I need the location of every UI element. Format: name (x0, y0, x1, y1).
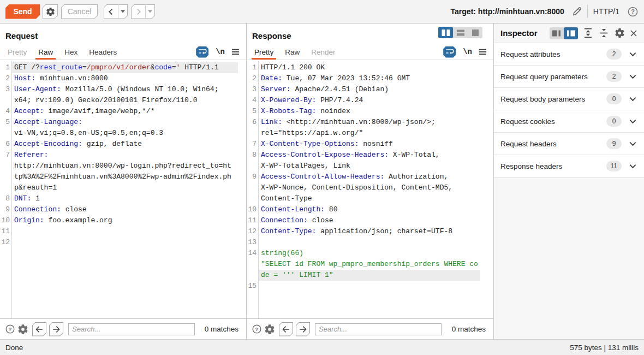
response-editor[interactable]: 1HTTP/1.1 200 OK2Date: Tue, 07 Mar 2023 … (247, 61, 493, 318)
request-menu-button[interactable] (232, 49, 239, 55)
show-newlines-toggle[interactable]: \n (463, 48, 472, 56)
search-input[interactable] (68, 323, 195, 335)
code-line[interactable]: 15 (247, 281, 493, 292)
code-line[interactable]: 2Date: Tue, 07 Mar 2023 13:52:46 GMT (247, 73, 493, 84)
code-line[interactable]: 4Accept: image/avif,image/webp,*/* (0, 106, 246, 117)
tab-raw[interactable]: Raw (38, 44, 53, 60)
inspector-section-request-cookies[interactable]: Request cookies0 (494, 110, 644, 133)
inspector-section-request-body-parameters[interactable]: Request body parameters0 (494, 88, 644, 110)
code-line[interactable]: 3User-Agent: Mozilla/5.0 (Windows NT 10.… (0, 84, 246, 95)
code-line[interactable]: 10Origin: foo.example.org (0, 215, 246, 226)
request-search-bar: 0 matches (0, 318, 246, 339)
code-line[interactable]: 9Connection: close (0, 204, 246, 215)
code-line[interactable]: 7X-Content-Type-Options: nosniff (247, 139, 493, 150)
line-number: 11 (247, 215, 257, 226)
http-version-label: HTTP/1 (593, 7, 619, 16)
arrow-left-icon (281, 324, 291, 334)
show-newlines-toggle[interactable]: \n (216, 48, 225, 56)
code-line[interactable]: x64; rv:109.0) Gecko/20100101 Firefox/11… (0, 95, 246, 106)
code-line[interactable]: 11Connection: close (247, 215, 493, 226)
code-line[interactable]: 9Access-Control-Allow-Headers: Authoriza… (247, 171, 493, 182)
code-line[interactable]: X-WP-TotalPages, Link (247, 161, 493, 171)
code-line[interactable]: Content-Type (247, 193, 493, 204)
code-line[interactable]: "SELECT id FROM wp_pmpro_membership_orde… (247, 259, 493, 270)
line-number (247, 128, 257, 139)
history-back-dropdown[interactable] (118, 4, 127, 19)
send-settings-button[interactable] (43, 4, 58, 19)
line-number (0, 128, 10, 139)
search-settings-button[interactable] (16, 323, 29, 336)
code-line[interactable]: 13 (247, 237, 493, 248)
code-line[interactable]: http://minhtuan.vn:8000/wp-login.php?red… (0, 161, 246, 171)
send-button[interactable]: Send (5, 4, 40, 19)
code-line[interactable]: 7Referer: (0, 150, 246, 161)
code-line[interactable]: 2Host: minhtuan.vn:8000 (0, 73, 246, 84)
tab-render[interactable]: Render (311, 44, 335, 60)
inspector-close-button[interactable] (628, 27, 640, 39)
code-line[interactable]: rel="https://api.w.org/" (247, 128, 493, 139)
tab-raw[interactable]: Raw (285, 44, 300, 60)
inspector-section-request-query-parameters[interactable]: Request query parameters2 (494, 66, 644, 88)
tab-hex[interactable]: Hex (64, 44, 77, 60)
code-line[interactable]: vi-VN,vi;q=0.8,en-US;q=0.5,en;q=0.3 (0, 128, 246, 139)
search-input[interactable] (315, 323, 442, 335)
edit-target-button[interactable] (570, 4, 584, 19)
code-line[interactable]: 12 (0, 237, 246, 248)
search-next-button[interactable] (49, 322, 63, 336)
code-line[interactable]: tp%3A%2F%2Fminhtuan.vn%3A8000%2Fwp-admin… (0, 171, 246, 182)
line-number: 6 (0, 139, 10, 150)
history-forward-dropdown[interactable] (145, 4, 154, 19)
dock-right-button[interactable] (564, 27, 578, 39)
search-next-button[interactable] (296, 322, 310, 336)
tab-headers[interactable]: Headers (89, 44, 117, 60)
request-editor[interactable]: 1GET /?rest_route=/pmpro/v1/order&code='… (0, 61, 246, 318)
code-line[interactable]: 8Access-Control-Expose-Headers: X-WP-Tot… (247, 150, 493, 161)
search-help-button[interactable] (4, 324, 15, 335)
history-forward-button[interactable] (131, 4, 145, 19)
cancel-button[interactable]: Cancel (61, 4, 98, 19)
panel-left-icon (550, 28, 563, 39)
code-line[interactable]: 5Accept-Language: (0, 117, 246, 128)
inspector-settings-button[interactable] (613, 27, 625, 39)
line-number: 5 (0, 117, 10, 128)
code-line[interactable]: 1HTTP/1.1 200 OK (247, 62, 493, 73)
code-line[interactable]: X-WP-Nonce, Content-Disposition, Content… (247, 182, 493, 193)
code-line[interactable]: 6Accept-Encoding: gzip, deflate (0, 139, 246, 150)
code-line[interactable]: 1GET /?rest_route=/pmpro/v1/order&code='… (0, 62, 246, 73)
layout-columns-button[interactable] (438, 27, 453, 38)
code-line[interactable]: de = ''' LIMIT 1" (247, 270, 493, 281)
code-line[interactable]: 8DNT: 1 (0, 193, 246, 204)
response-menu-button[interactable] (479, 49, 486, 55)
code-line[interactable]: 11 (0, 226, 246, 237)
word-wrap-toggle-button[interactable] (196, 46, 208, 58)
target-display: Target: http://minhtuan.vn:8000 (451, 7, 564, 16)
line-number: 10 (247, 204, 257, 215)
layout-single-button[interactable] (468, 27, 482, 38)
tab-pretty[interactable]: Pretty (8, 44, 27, 60)
count-badge: 0 (606, 116, 622, 127)
code-line[interactable]: 5X-Robots-Tag: noindex (247, 106, 493, 117)
code-line[interactable]: 6Link: <http://minhtuan.vn:8000/wp-json/… (247, 117, 493, 128)
code-line[interactable]: 4X-Powered-By: PHP/7.4.24 (247, 95, 493, 106)
layout-rows-button[interactable] (453, 27, 468, 38)
help-button[interactable] (626, 5, 639, 18)
code-line[interactable]: 14string(66) (247, 248, 493, 259)
tab-pretty[interactable]: Pretty (254, 44, 273, 60)
history-back-button[interactable] (104, 4, 118, 19)
inspector-section-request-headers[interactable]: Request headers9 (494, 133, 644, 155)
chevron-left-icon (106, 7, 116, 16)
dock-left-button[interactable] (550, 27, 564, 39)
search-previous-button[interactable] (32, 322, 46, 336)
code-line[interactable]: p&reauth=1 (0, 182, 246, 193)
search-previous-button[interactable] (279, 322, 293, 336)
inspector-section-response-headers[interactable]: Response headers11 (494, 155, 644, 177)
word-wrap-toggle-button[interactable] (443, 46, 456, 58)
search-settings-button[interactable] (263, 323, 276, 336)
code-line[interactable]: 3Server: Apache/2.4.51 (Debian) (247, 84, 493, 95)
code-line[interactable]: 10Content-Length: 80 (247, 204, 493, 215)
expand-all-button[interactable] (582, 27, 594, 39)
code-line[interactable]: 12Content-Type: application/json; charse… (247, 226, 493, 237)
collapse-all-button[interactable] (598, 27, 610, 39)
search-help-button[interactable] (251, 324, 262, 335)
inspector-section-request-attributes[interactable]: Request attributes2 (494, 43, 644, 66)
